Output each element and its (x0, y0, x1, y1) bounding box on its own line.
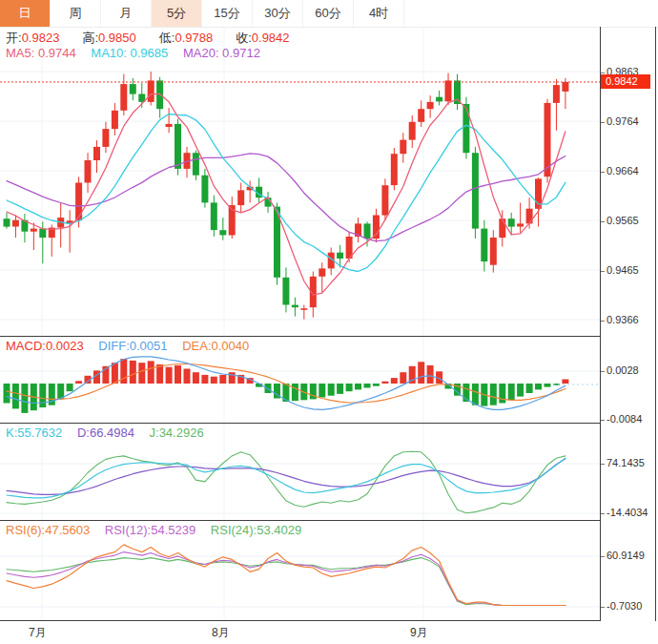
timeframe-tabbar: 日 周 月 5分 15分 30分 60分 4时 (0, 0, 658, 28)
ma5-value: MA5: 0.9744 (6, 46, 76, 60)
month-label-jul: 7月 (29, 625, 47, 641)
rsi-tick: -0.7030 (601, 600, 642, 612)
tab-month[interactable]: 月 (101, 0, 152, 27)
macd-readout: MACD:0.0023 DIFF:0.0051 DEA:0.0040 (6, 339, 260, 353)
close-value: 0.9842 (252, 31, 290, 45)
time-axis: 7月 8月 9月 (0, 621, 658, 644)
tab-15min[interactable]: 15分 (202, 0, 253, 27)
diff-value: DIFF:0.0051 (98, 339, 167, 353)
kline-chart-app: 日 周 月 5分 15分 30分 60分 4时 开:0.9823高:0.9850… (0, 0, 658, 644)
open-value: 0.9823 (22, 31, 60, 45)
macd-panel[interactable]: MACD:0.0023 DIFF:0.0051 DEA:0.0040 (0, 337, 600, 424)
dea-value: DEA:0.0040 (182, 339, 249, 353)
kdj-tick: -14.4034 (601, 507, 648, 518)
month-label-sep: 9月 (410, 625, 428, 641)
low-label: 低: (159, 31, 175, 45)
tab-4hour[interactable]: 4时 (354, 0, 404, 27)
ma20-value: MA20: 0.9712 (183, 46, 260, 60)
price-axis: 0.9863 0.9842 0.9764 0.9664 0.9565 0.946… (601, 27, 656, 620)
high-value: 0.9850 (98, 31, 136, 45)
ohlc-readout: 开:0.9823高:0.9850低:0.9788收:0.9842 (6, 30, 313, 47)
rsi-panel[interactable]: RSI(6):47.5603 RSI(12):54.5239 RSI(24):5… (0, 521, 600, 621)
rsi6-value: RSI(6):47.5603 (6, 523, 90, 537)
rsi-readout: RSI(6):47.5603 RSI(12):54.5239 RSI(24):5… (6, 523, 313, 537)
candlestick-chart[interactable] (0, 27, 600, 336)
d-value: D:66.4984 (77, 426, 134, 440)
macd-tick: 0.0028 (601, 364, 639, 376)
rsi12-value: RSI(12):54.5239 (105, 523, 195, 537)
price-tick: 0.9366 (601, 314, 639, 325)
tab-30min[interactable]: 30分 (253, 0, 303, 27)
tab-week[interactable]: 周 (51, 0, 101, 27)
j-value: J:34.2926 (150, 426, 204, 440)
rsi-tick: 60.9149 (601, 550, 645, 561)
kdj-tick: 74.1435 (601, 457, 645, 468)
price-tick: 0.9465 (601, 264, 639, 276)
ma10-value: MA10: 0.9685 (91, 46, 168, 60)
close-label: 收: (236, 31, 252, 45)
tab-60min[interactable]: 60分 (303, 0, 354, 27)
rsi24-value: RSI(24):53.4029 (211, 523, 301, 537)
ma-readout: MA5: 0.9744 MA10: 0.9685 MA20: 0.9712 (6, 46, 272, 60)
macd-value: MACD:0.0023 (6, 339, 84, 353)
month-label-aug: 8月 (212, 625, 230, 641)
main-chart-panel[interactable]: 开:0.9823高:0.9850低:0.9788收:0.9842 MA5: 0.… (0, 27, 600, 337)
last-price-badge: 0.9842 (601, 74, 650, 89)
price-tick: 0.9565 (601, 215, 639, 226)
low-value: 0.9788 (175, 31, 213, 45)
tab-5min[interactable]: 5分 (152, 0, 202, 27)
macd-tick: -0.0084 (601, 413, 642, 425)
kdj-panel[interactable]: K:55.7632 D:66.4984 J:34.2926 (0, 424, 600, 521)
tab-day[interactable]: 日 (0, 0, 51, 27)
kdj-readout: K:55.7632 D:66.4984 J:34.2926 (6, 426, 216, 440)
price-tick: 0.9664 (601, 165, 639, 177)
open-label: 开: (6, 31, 22, 45)
k-value: K:55.7632 (6, 426, 62, 440)
price-tick: 0.9764 (601, 115, 639, 127)
high-label: 高: (82, 31, 98, 45)
